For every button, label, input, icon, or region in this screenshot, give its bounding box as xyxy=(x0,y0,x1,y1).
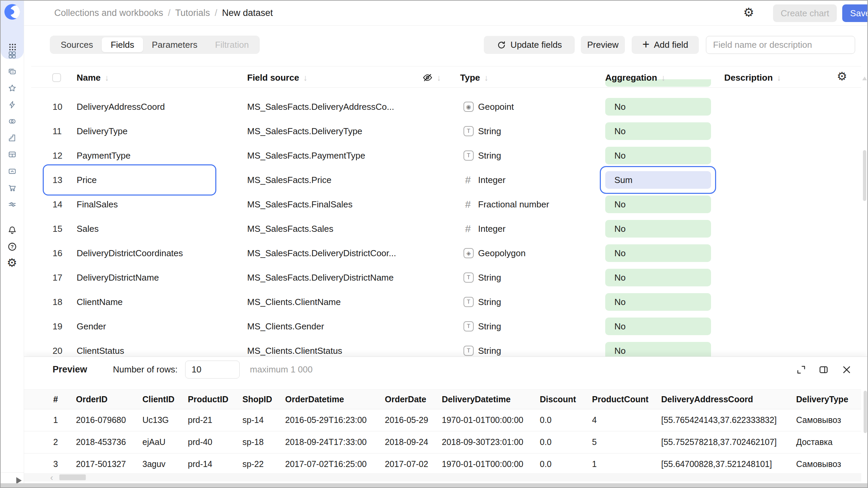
sort-arrow-icon[interactable]: ↓ xyxy=(777,73,781,83)
sort-arrow-icon[interactable]: ↓ xyxy=(661,73,666,83)
preview-cell: Uc13G xyxy=(142,409,169,431)
field-row[interactable]: 16 DeliveryDistrictCoordinates MS_SalesF… xyxy=(24,241,861,265)
aggregation-pill[interactable]: No xyxy=(605,220,711,238)
field-search-input[interactable] xyxy=(706,36,855,54)
column-header-field-source[interactable]: Field source ↓ xyxy=(247,70,308,85)
field-row[interactable]: 18 ClientName MS_Clients.ClientName T St… xyxy=(24,290,861,314)
preview-cell: 0.0 xyxy=(540,431,552,453)
sort-arrow-icon[interactable]: ↓ xyxy=(303,73,308,83)
create-chart-button[interactable]: Create chart xyxy=(773,4,837,22)
field-type-icon: T xyxy=(463,297,474,307)
field-name[interactable]: DeliveryDistrictName xyxy=(77,265,159,290)
preview-horizontal-scrollbar[interactable]: ‹ xyxy=(24,473,861,482)
field-name[interactable]: DeliveryType xyxy=(77,119,127,143)
settings-gear-icon[interactable]: ⚙ xyxy=(7,257,17,268)
field-name[interactable]: FinalSales xyxy=(77,192,118,217)
tiles-icon[interactable] xyxy=(8,50,17,59)
aggregation-pill[interactable]: No xyxy=(605,269,711,286)
field-row[interactable]: 13 Price MS_SalesFacts.Price # Integer S… xyxy=(24,168,861,192)
field-name[interactable]: DeliveryDistrictCoordinates xyxy=(77,241,183,265)
sort-arrow-icon[interactable]: ↓ xyxy=(105,73,109,83)
field-name[interactable]: DeliveryAddressCoord xyxy=(77,95,165,119)
aggregation-pill[interactable]: No xyxy=(605,196,711,213)
field-name[interactable]: Price xyxy=(77,168,97,192)
field-row[interactable]: 19 Gender MS_Clients.Gender T String No xyxy=(24,314,861,339)
aggregation-pill[interactable]: No xyxy=(605,122,711,140)
field-type-icon: ◈ xyxy=(463,248,474,258)
field-type-label[interactable]: Geopoint xyxy=(478,95,514,119)
close-icon[interactable] xyxy=(842,365,852,375)
column-header-name[interactable]: Name ↓ xyxy=(77,70,109,85)
field-type-label[interactable]: String xyxy=(478,290,501,314)
column-header-aggregation[interactable]: Aggregation ↓ xyxy=(605,70,666,85)
fields-vertical-scrollbar-thumb[interactable] xyxy=(863,150,866,201)
field-type-label[interactable]: String xyxy=(478,314,501,339)
field-row[interactable]: 15 Sales MS_SalesFacts.Sales # Integer N… xyxy=(24,217,861,241)
field-row[interactable]: 17 DeliveryDistrictName MS_SalesFacts.De… xyxy=(24,265,861,290)
tab-parameters[interactable]: Parameters xyxy=(143,37,206,52)
scroll-left-arrow-icon[interactable]: ‹ xyxy=(50,472,53,483)
field-type-label[interactable]: String xyxy=(478,265,501,290)
select-all-checkbox[interactable] xyxy=(52,73,61,82)
number-of-rows-input[interactable] xyxy=(185,361,240,379)
field-name[interactable]: ClientName xyxy=(77,290,123,314)
bell-icon[interactable] xyxy=(7,225,17,235)
field-name[interactable]: Gender xyxy=(77,314,106,339)
field-type-label[interactable]: Geopolygon xyxy=(478,241,526,265)
save-button[interactable]: Save xyxy=(842,4,868,22)
field-row-number: 10 xyxy=(53,95,62,119)
scroll-up-arrow-icon[interactable] xyxy=(862,77,867,80)
field-type-label[interactable]: String xyxy=(478,119,501,143)
tab-sources[interactable]: Sources xyxy=(52,37,102,52)
aggregation-pill[interactable]: No xyxy=(605,98,711,116)
folders-icon[interactable] xyxy=(8,67,17,76)
field-type-icon: T xyxy=(463,150,474,161)
window-bottom-scrollbar[interactable] xyxy=(1,483,867,487)
preview-button[interactable]: Preview xyxy=(581,36,625,54)
column-header-description[interactable]: Description ↓ xyxy=(724,70,781,85)
aggregation-pill[interactable]: No xyxy=(605,318,711,335)
question-help-icon[interactable]: ? xyxy=(7,242,17,251)
dataset-settings-gear-icon[interactable]: ⚙ xyxy=(743,6,754,19)
column-header-type[interactable]: Type ↓ xyxy=(460,70,488,85)
field-source: MS_SalesFacts.Sales xyxy=(247,217,333,241)
lightning-icon[interactable] xyxy=(8,100,17,109)
aggregation-pill[interactable]: No xyxy=(605,244,711,262)
field-type-label[interactable]: Fractional number xyxy=(478,192,549,217)
aggregation-pill[interactable]: No xyxy=(605,147,711,164)
cart-icon[interactable] xyxy=(8,183,17,192)
preview-vertical-scrollbar-thumb[interactable] xyxy=(864,391,867,433)
aggregation-pill[interactable]: No xyxy=(605,293,711,311)
breadcrumb-collections[interactable]: Collections and workbooks xyxy=(54,8,163,18)
horizontal-scrollbar-thumb[interactable] xyxy=(59,474,86,480)
field-row[interactable]: 11 DeliveryType MS_SalesFacts.DeliveryTy… xyxy=(24,119,861,143)
add-field-button[interactable]: + Add field xyxy=(632,36,699,54)
field-type-label[interactable]: Integer xyxy=(478,217,506,241)
field-row-number: 14 xyxy=(53,192,62,217)
sort-arrow-icon[interactable]: ↓ xyxy=(437,73,441,83)
play-expand-icon[interactable] xyxy=(16,477,22,484)
field-row[interactable]: 14 FinalSales MS_SalesFacts.FinalSales #… xyxy=(24,192,861,217)
sliders-icon[interactable] xyxy=(8,200,17,209)
expand-icon[interactable] xyxy=(796,365,806,375)
aggregation-pill[interactable]: Sum xyxy=(605,171,711,189)
field-type-label[interactable]: String xyxy=(478,143,501,168)
split-panel-icon[interactable] xyxy=(818,365,829,375)
circles-icon[interactable] xyxy=(8,117,17,126)
field-type-label[interactable]: Integer xyxy=(478,168,506,192)
field-row[interactable]: 10 DeliveryAddressCoord MS_SalesFacts.De… xyxy=(24,95,861,119)
star-icon[interactable] xyxy=(8,84,17,93)
tab-fields[interactable]: Fields xyxy=(102,37,143,52)
column-header-hidden[interactable]: ↓ xyxy=(422,70,441,85)
sort-arrow-icon[interactable]: ↓ xyxy=(484,73,489,83)
table-grid-icon[interactable] xyxy=(8,150,17,159)
folder-upload-icon[interactable] xyxy=(8,167,17,176)
sidebar: ? ⚙ xyxy=(1,1,24,487)
breadcrumb-tutorials[interactable]: Tutorials xyxy=(175,8,210,18)
bar-chart-icon[interactable] xyxy=(8,134,17,142)
field-name[interactable]: Sales xyxy=(77,217,99,241)
datalens-logo-icon[interactable] xyxy=(4,4,20,20)
update-fields-button[interactable]: Update fields xyxy=(484,36,575,54)
table-settings-gear-icon[interactable]: ⚙ xyxy=(837,70,847,82)
eye-off-icon xyxy=(422,73,433,83)
